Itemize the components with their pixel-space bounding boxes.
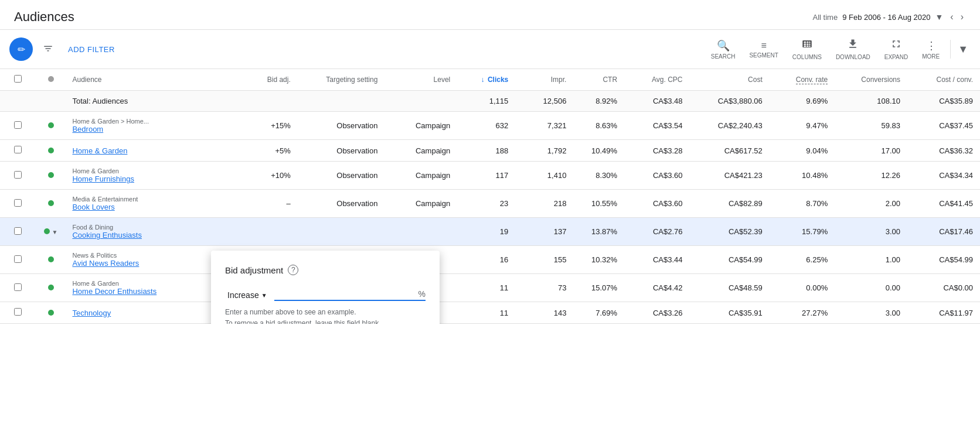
row3-level: Campaign [384,162,457,190]
row1-cost: CA$2,240.43 [690,112,770,140]
row5-parent: Food & Dining [72,224,232,231]
total-impr: 12,506 [515,91,573,112]
segment-tool-label: SEGMENT [749,52,778,59]
table-row: Home & Garden Home Decor Enthusiasts 11 … [0,274,980,302]
popup-help-icon[interactable]: ? [288,265,298,275]
row3-name[interactable]: Home Furnishings [72,174,232,183]
row8-cpc: CA$3.26 [624,302,689,324]
row3-cost-conv: CA$34.34 [907,162,980,190]
search-tool-btn[interactable]: 🔍 SEARCH [705,36,741,63]
total-level [384,91,457,112]
row6-parent: News & Politics [72,252,232,259]
row4-cpc: CA$3.60 [624,190,689,218]
total-avg-cpc: CA$3.48 [624,91,689,112]
download-tool-btn[interactable]: DOWNLOAD [830,35,876,64]
table-row: Home & Garden > Home... Bedroom +15% Obs… [0,112,980,140]
row7-name[interactable]: Home Decor Enthusiasts [72,287,232,296]
row3-checkbox[interactable] [14,171,22,179]
row4-level: Campaign [384,190,457,218]
more-tool-btn[interactable]: ⋮ MORE [916,36,945,63]
row6-impr: 155 [515,246,573,274]
row2-name[interactable]: Home & Garden [72,146,232,155]
row7-cpc: CA$4.42 [624,274,689,302]
th-clicks[interactable]: ↓ Clicks [457,69,515,91]
row6-name[interactable]: Avid News Readers [72,259,232,268]
toolbar-right: 🔍 SEARCH ≡ SEGMENT COLUMNS DOWNLOAD [705,35,971,64]
date-range-dropdown-btn[interactable]: ▼ [935,12,943,22]
row1-impr: 7,321 [515,112,573,140]
date-range-section: All time 9 Feb 2006 - 16 Aug 2020 ▼ ‹ › [813,9,967,25]
date-nav: ‹ › [948,9,966,25]
row4-checkbox[interactable] [14,199,22,207]
row5-dropdown-icon[interactable]: ▼ [52,229,58,235]
row5-name[interactable]: Cooking Enthusiasts [72,231,232,239]
row2-checkbox[interactable] [14,146,22,153]
row1-conv-rate: 9.47% [770,112,835,140]
filter-button[interactable] [38,39,59,60]
row5-conv: 3.00 [835,218,907,246]
columns-tool-label: COLUMNS [792,54,822,60]
expand-icon [890,38,902,53]
row1-bid: +15% [240,112,298,140]
row7-status-dot [48,285,54,290]
row6-conv: 1.00 [835,246,907,274]
date-next-btn[interactable]: › [958,9,966,25]
th-cost-conv: Cost / conv. [907,69,980,91]
row3-targeting: Observation [298,162,385,190]
th-avg-cpc: Avg. CPC [624,69,689,91]
increase-dropdown-icon: ▼ [261,292,267,299]
row5-checkbox[interactable] [14,227,22,235]
select-all-checkbox[interactable] [14,75,22,83]
row8-checkbox[interactable] [14,308,22,316]
row6-checkbox[interactable] [14,255,22,263]
row5-status-dot [44,228,50,234]
row8-name[interactable]: Technology [72,309,232,317]
th-impr: Impr. [515,69,573,91]
row1-name[interactable]: Bedroom [72,125,232,134]
date-prev-btn[interactable]: ‹ [948,9,955,25]
popup-title-text: Bid adjustment [225,265,283,275]
popup-title-row: Bid adjustment ? [225,265,426,275]
columns-tool-btn[interactable]: COLUMNS [787,35,828,64]
edit-button[interactable]: ✏ [9,37,33,61]
row6-conv-rate: 6.25% [770,246,835,274]
row2-impr: 1,792 [515,140,573,162]
row1-clicks: 632 [457,112,515,140]
row2-conv: 17.00 [835,140,907,162]
row4-conv-rate: 8.70% [770,190,835,218]
row1-checkbox-cell [0,112,36,140]
popup-input-wrap: % [274,289,426,301]
table-row: News & Politics Avid News Readers 16 155… [0,246,980,274]
row5-level [384,218,457,246]
total-ctr: 8.92% [573,91,624,112]
toolbar-chevron-btn[interactable]: ▼ [955,41,971,58]
bid-adjustment-input[interactable] [274,289,418,299]
increase-select-btn[interactable]: Increase ▼ [225,287,270,303]
row5-ctr: 13.87% [573,218,624,246]
row4-bid: – [240,190,298,218]
row7-checkbox[interactable] [14,283,22,291]
row2-level: Campaign [384,140,457,162]
row4-status-dot [48,200,54,206]
row4-name[interactable]: Book Lovers [72,203,232,211]
row2-bid: +5% [240,140,298,162]
row7-ctr: 15.07% [573,274,624,302]
row1-checkbox[interactable] [14,121,22,129]
segment-tool-btn[interactable]: ≡ SEGMENT [743,37,784,62]
row8-conv: 3.00 [835,302,907,324]
row5-cost-conv: CA$17.46 [907,218,980,246]
row5-cpc: CA$2.76 [624,218,689,246]
expand-tool-btn[interactable]: EXPAND [879,35,914,64]
edit-icon: ✏ [18,44,25,55]
total-label-cell: Total: Audiences [65,91,239,112]
content-area: Audience Bid adj. Targeting setting Leve… [0,69,980,324]
add-filter-button[interactable]: ADD FILTER [63,40,120,59]
row5-cost: CA$52.39 [690,218,770,246]
table-row: Home & Garden +5% Observation Campaign 1… [0,140,980,162]
total-checkbox-cell [0,91,36,112]
table-row-active: ▼ Food & Dining Cooking Enthusiasts 19 1… [0,218,980,246]
row6-clicks: 16 [457,246,515,274]
row4-conv: 2.00 [835,190,907,218]
row2-conv-rate: 9.04% [770,140,835,162]
th-targeting: Targeting setting [298,69,385,91]
